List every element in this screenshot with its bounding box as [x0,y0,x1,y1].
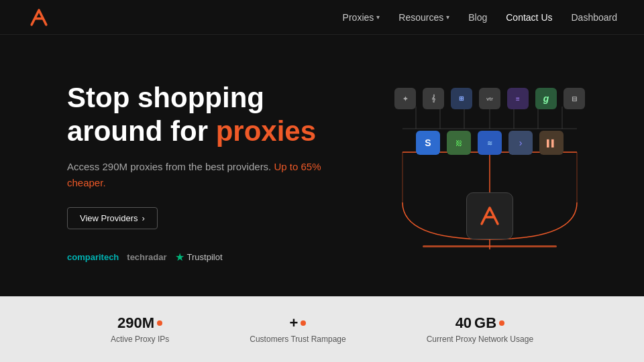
diagram-top-row: ✦ 𝄞 ⊞ vtr ≡ g ⊟ [394,88,585,109]
nav-resources[interactable]: Resources ▾ [398,12,449,23]
hero-content: Stop shopping around for proxies Access … [67,81,349,264]
stat-number-customers: + [290,314,307,332]
diagram-icon-blue: ≋ [478,131,502,155]
stat-network: 40 GB Current Proxy Network Usage [427,314,533,344]
hero-section: Stop shopping around for proxies Access … [0,35,644,296]
comparit-logo: comparitech [67,252,119,262]
diagram-container: ✦ 𝄞 ⊞ vtr ≡ g ⊟ S ⛓ ≋ › ▌▌ [362,85,617,259]
stat-dot-icon [301,320,306,326]
stat-label-network: Current Proxy Network Usage [427,335,533,344]
chevron-down-icon: ▾ [446,13,449,21]
diagram-icon: ✦ [394,88,416,109]
stats-bar: 290M Active Proxy IPs + Customers Trust … [0,296,644,362]
nav-links: Proxies ▾ Resources ▾ Blog Contact Us Da… [343,12,617,23]
trust-logos: comparitech techradar ★ Trustpilot [67,251,349,263]
techradar-logo: techradar [127,252,166,262]
hero-subtext: Access 290M proxies from the best provid… [67,159,349,191]
diagram-icon: ⊞ [451,88,472,109]
diagram-icon: g [535,88,557,109]
nav-proxies[interactable]: Proxies ▾ [343,12,380,23]
nav-blog[interactable]: Blog [468,12,487,23]
trustpilot-logo: ★ Trustpilot [175,251,223,263]
stat-label-customers: Customers Trust Rampage [250,335,345,344]
diagram-base [423,245,557,247]
nav-contact[interactable]: Contact Us [506,12,552,23]
navbar: Proxies ▾ Resources ▾ Blog Contact Us Da… [0,0,644,35]
stat-number-network: 40 GB [455,314,504,332]
stat-label-ips: Active Proxy IPs [111,335,169,344]
logo[interactable] [27,5,51,29]
diagram-icon: ⊟ [564,88,585,109]
diagram-mid-row: S ⛓ ≋ › ▌▌ [416,131,564,155]
stat-dot-icon [157,320,162,326]
diagram-icon: vtr [479,88,500,109]
stat-dot-icon [499,320,504,326]
diagram-icon-arrow: › [508,131,533,155]
diagram-icon: ≡ [507,88,529,109]
stat-active-ips: 290M Active Proxy IPs [111,314,169,344]
diagram-center-logo [466,192,513,239]
diagram-icon-chain: ⛓ [447,131,471,155]
arrow-icon: › [142,213,144,223]
stat-customers: + Customers Trust Rampage [250,314,345,344]
nav-dashboard[interactable]: Dashboard [572,12,618,23]
chevron-down-icon: ▾ [376,13,380,21]
star-icon: ★ [175,251,184,263]
hero-heading: Stop shopping around for proxies [67,81,349,149]
diagram-icon-bars: ▌▌ [539,131,564,155]
view-providers-button[interactable]: View Providers › [67,207,158,229]
hero-diagram: ✦ 𝄞 ⊞ vtr ≡ g ⊟ S ⛓ ≋ › ▌▌ [349,85,631,259]
diagram-icon: 𝄞 [423,88,444,109]
diagram-icon-s: S [416,131,440,155]
stat-number-ips: 290M [117,314,162,332]
